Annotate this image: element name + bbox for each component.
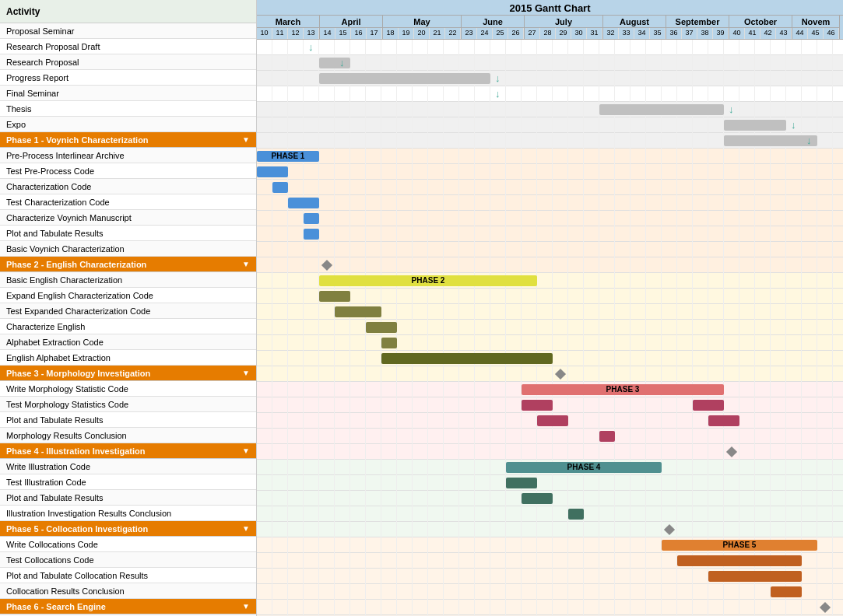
- chart-cell: [817, 242, 833, 257]
- chart-cell: [615, 133, 630, 149]
- chart-cell: [459, 195, 475, 211]
- chart-cell: [646, 226, 662, 242]
- chart-row: ↓: [257, 133, 843, 149]
- chart-panel[interactable]: 2015 Gantt Chart March10111213April14151…: [257, 0, 843, 616]
- chart-cell: [615, 569, 630, 584]
- chart-cell: [802, 491, 817, 506]
- gantt-bar: [771, 586, 802, 597]
- week-cell: 13: [304, 28, 319, 39]
- chart-cell: [506, 226, 522, 242]
- chart-cell: [662, 335, 677, 351]
- chart-cell: [677, 335, 693, 351]
- chart-cell: [522, 180, 537, 195]
- chart-cell: [444, 429, 459, 444]
- chart-cell: [802, 273, 817, 289]
- chart-cell: [350, 180, 366, 195]
- chart-cell: [739, 226, 755, 242]
- chart-cell: [350, 133, 366, 149]
- month-label: August: [603, 16, 666, 28]
- chart-cell: [350, 226, 366, 242]
- chart-cell: [584, 257, 599, 273]
- chart-cell: [771, 460, 786, 475]
- chart-cell: [568, 164, 584, 180]
- chart-cell: [708, 180, 724, 195]
- chart-cell: [817, 117, 833, 133]
- chart-cell: [755, 257, 771, 273]
- chart-cell: [475, 55, 490, 71]
- chart-cell: [771, 413, 786, 429]
- phase-row[interactable]: Phase 3 - Morphology Investigation▼: [0, 366, 256, 381]
- phase-label: Phase 2 - English Characterization: [6, 260, 146, 269]
- chart-cell: [288, 180, 304, 195]
- phase-row[interactable]: Phase 2 - English Characterization▼: [0, 257, 256, 272]
- phase-row[interactable]: Phase 1 - Voynich Characterization▼: [0, 132, 256, 148]
- chart-cell: [335, 397, 350, 413]
- main-container: Activity Proposal SeminarResearch Propos…: [0, 0, 843, 616]
- chart-cell: [350, 506, 366, 522]
- chart-cell: [786, 55, 802, 71]
- chart-cell: [537, 164, 553, 180]
- chart-cell: [802, 506, 817, 522]
- chart-cell: [381, 506, 397, 522]
- chart-cell: [459, 382, 475, 397]
- chart-cell: [335, 133, 350, 149]
- phase-row[interactable]: Phase 5 - Collocation Investigation▼: [0, 521, 256, 537]
- chart-cell: [708, 351, 724, 366]
- chart-cell: [599, 491, 615, 506]
- chart-cell: [257, 351, 272, 366]
- chart-cell: [490, 180, 506, 195]
- chart-cell: [630, 413, 646, 429]
- chart-cell: [553, 351, 568, 366]
- chart-cell: [568, 584, 584, 600]
- chart-cell: [646, 429, 662, 444]
- chart-cell: [522, 55, 537, 71]
- chart-cell: [257, 102, 272, 117]
- phase-row[interactable]: Phase 4 - Illustration Investigation▼: [0, 443, 256, 459]
- chart-cell: [786, 40, 802, 55]
- chart-cell: [568, 242, 584, 257]
- chart-cell: [459, 335, 475, 351]
- chart-cell: [708, 289, 724, 304]
- chart-cell: [724, 475, 739, 491]
- chart-cell: [739, 382, 755, 397]
- chart-cell: [381, 133, 397, 149]
- chart-cell: [350, 522, 366, 537]
- chart-cell: [817, 491, 833, 506]
- chart-cell: [428, 55, 444, 71]
- chart-cell: [444, 335, 459, 351]
- chart-cell: [584, 149, 599, 164]
- chart-cell: [257, 413, 272, 429]
- chart-cell: [381, 600, 397, 615]
- phase-chart-row: PHASE 1: [257, 149, 843, 164]
- phase-row[interactable]: Phase 6 - Search Engine▼: [0, 599, 256, 614]
- chart-cell: [490, 413, 506, 429]
- chart-cell: [522, 226, 537, 242]
- chart-cell: [817, 413, 833, 429]
- chevron-icon: ▼: [242, 135, 250, 144]
- chart-cell: [646, 600, 662, 615]
- chart-cell: [350, 475, 366, 491]
- chart-cell: [568, 273, 584, 289]
- chart-cell: [662, 289, 677, 304]
- chart-cell: [475, 584, 490, 600]
- chart-cell: [693, 351, 708, 366]
- chart-cell: [257, 180, 272, 195]
- chart-cell: [693, 164, 708, 180]
- chart-cell: [459, 180, 475, 195]
- chart-cell: [366, 584, 381, 600]
- activity-row: Thesis: [0, 101, 256, 117]
- chart-cell: [771, 195, 786, 211]
- chart-cell: [257, 117, 272, 133]
- chart-cell: [584, 195, 599, 211]
- chart-cell: [786, 257, 802, 273]
- chart-cell: [459, 40, 475, 55]
- chart-cell: [568, 491, 584, 506]
- activity-label: Write Illustration Code: [6, 462, 90, 471]
- chart-cell: [786, 304, 802, 320]
- chart-cell: [335, 413, 350, 429]
- chart-cell: [428, 444, 444, 460]
- week-cell: 42: [760, 28, 776, 39]
- chart-cell: [646, 71, 662, 86]
- chart-cell: [397, 226, 413, 242]
- chart-cell: [444, 553, 459, 569]
